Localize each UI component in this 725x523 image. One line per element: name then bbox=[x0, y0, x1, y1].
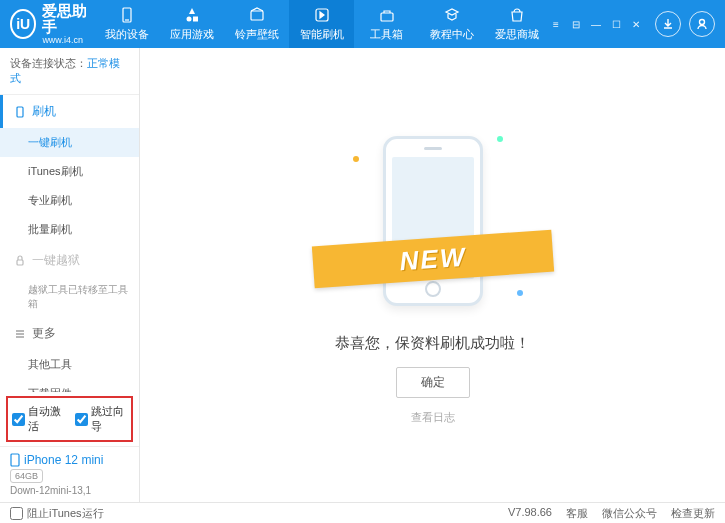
success-illustration: NEW bbox=[343, 126, 523, 316]
apps-icon bbox=[183, 6, 201, 24]
toolbox-icon bbox=[378, 6, 396, 24]
nav-toolbox[interactable]: 工具箱 bbox=[354, 0, 419, 48]
svg-point-2 bbox=[186, 17, 191, 22]
list-icon bbox=[14, 328, 26, 340]
version-label: V7.98.66 bbox=[508, 506, 552, 521]
skip-wizard-checkbox[interactable]: 跳过向导 bbox=[75, 404, 128, 434]
menu-icon[interactable]: ≡ bbox=[549, 17, 563, 31]
close-icon[interactable]: ✕ bbox=[629, 17, 643, 31]
nav-apps[interactable]: 应用游戏 bbox=[159, 0, 224, 48]
sidebar: 设备连接状态：正常模式 刷机 一键刷机 iTunes刷机 专业刷机 批量刷机 一… bbox=[0, 48, 140, 502]
download-button[interactable] bbox=[655, 11, 681, 37]
connection-status: 设备连接状态：正常模式 bbox=[0, 48, 139, 95]
nav-flash[interactable]: 智能刷机 bbox=[289, 0, 354, 48]
nav-store[interactable]: 爱思商城 bbox=[484, 0, 549, 48]
sidebar-section-more[interactable]: 更多 bbox=[0, 317, 139, 350]
success-message: 恭喜您，保资料刷机成功啦！ bbox=[335, 334, 530, 353]
device-icon bbox=[118, 6, 136, 24]
wechat-link[interactable]: 微信公众号 bbox=[602, 506, 657, 521]
nav-label: 工具箱 bbox=[370, 27, 403, 42]
main-nav: 我的设备 应用游戏 铃声壁纸 智能刷机 工具箱 教程中心 爱思商城 bbox=[94, 0, 549, 48]
checkbox-label: 跳过向导 bbox=[91, 404, 128, 434]
flash-icon bbox=[313, 6, 331, 24]
view-log-link[interactable]: 查看日志 bbox=[411, 410, 455, 425]
nav-label: 智能刷机 bbox=[300, 27, 344, 42]
checkbox-label: 阻止iTunes运行 bbox=[27, 506, 104, 521]
update-link[interactable]: 检查更新 bbox=[671, 506, 715, 521]
svg-rect-6 bbox=[381, 13, 393, 21]
section-label: 刷机 bbox=[32, 103, 56, 120]
ok-button[interactable]: 确定 bbox=[396, 367, 470, 398]
nav-ringtone[interactable]: 铃声壁纸 bbox=[224, 0, 289, 48]
svg-rect-8 bbox=[17, 107, 23, 117]
conn-label: 设备连接状态： bbox=[10, 57, 87, 69]
new-ribbon: NEW bbox=[311, 229, 553, 288]
logo-icon: iU bbox=[10, 9, 36, 39]
checkbox-label: 自动激活 bbox=[28, 404, 65, 434]
svg-point-7 bbox=[700, 20, 705, 25]
sidebar-item-other-tools[interactable]: 其他工具 bbox=[0, 350, 139, 379]
section-label: 一键越狱 bbox=[32, 252, 80, 269]
section-label: 更多 bbox=[32, 325, 56, 342]
svg-rect-4 bbox=[251, 11, 263, 20]
jailbreak-note: 越狱工具已转移至工具箱 bbox=[0, 277, 139, 317]
nav-label: 我的设备 bbox=[105, 27, 149, 42]
main-content: NEW 恭喜您，保资料刷机成功啦！ 确定 查看日志 bbox=[140, 48, 725, 502]
device-info[interactable]: iPhone 12 mini 64GB Down-12mini-13,1 bbox=[0, 446, 139, 502]
lock-icon bbox=[14, 255, 26, 267]
svg-rect-9 bbox=[17, 260, 23, 265]
support-link[interactable]: 客服 bbox=[566, 506, 588, 521]
app-name: 爱思助手 bbox=[42, 3, 94, 36]
sidebar-item-download-firmware[interactable]: 下载固件 bbox=[0, 379, 139, 392]
svg-rect-3 bbox=[193, 17, 198, 22]
svg-rect-13 bbox=[11, 454, 19, 466]
sidebar-section-flash[interactable]: 刷机 bbox=[0, 95, 139, 128]
block-itunes-checkbox[interactable]: 阻止iTunes运行 bbox=[10, 506, 104, 521]
nav-tutorial[interactable]: 教程中心 bbox=[419, 0, 484, 48]
nav-label: 铃声壁纸 bbox=[235, 27, 279, 42]
phone-icon bbox=[14, 106, 26, 118]
statusbar: 阻止iTunes运行 V7.98.66 客服 微信公众号 检查更新 bbox=[0, 502, 725, 523]
store-icon bbox=[508, 6, 526, 24]
sidebar-item-batch-flash[interactable]: 批量刷机 bbox=[0, 215, 139, 244]
pin-icon[interactable]: ⊟ bbox=[569, 17, 583, 31]
titlebar: iU 爱思助手 www.i4.cn 我的设备 应用游戏 铃声壁纸 智能刷机 工具… bbox=[0, 0, 725, 48]
ringtone-icon bbox=[248, 6, 266, 24]
tutorial-icon bbox=[443, 6, 461, 24]
phone-icon bbox=[10, 453, 20, 467]
sidebar-item-oneclick-flash[interactable]: 一键刷机 bbox=[0, 128, 139, 157]
maximize-icon[interactable]: ☐ bbox=[609, 17, 623, 31]
minimize-icon[interactable]: ― bbox=[589, 17, 603, 31]
window-controls: ≡ ⊟ ― ☐ ✕ bbox=[549, 11, 725, 37]
sidebar-item-pro-flash[interactable]: 专业刷机 bbox=[0, 186, 139, 215]
device-sub: Down-12mini-13,1 bbox=[10, 485, 129, 496]
nav-label: 爱思商城 bbox=[495, 27, 539, 42]
nav-label: 教程中心 bbox=[430, 27, 474, 42]
nav-label: 应用游戏 bbox=[170, 27, 214, 42]
app-url: www.i4.cn bbox=[42, 36, 94, 46]
options-highlight-box: 自动激活 跳过向导 bbox=[6, 396, 133, 442]
device-name: iPhone 12 mini bbox=[10, 453, 129, 467]
sidebar-section-jailbreak: 一键越狱 bbox=[0, 244, 139, 277]
logo-area: iU 爱思助手 www.i4.cn bbox=[0, 3, 94, 46]
device-storage: 64GB bbox=[10, 469, 43, 483]
auto-activate-checkbox[interactable]: 自动激活 bbox=[12, 404, 65, 434]
user-button[interactable] bbox=[689, 11, 715, 37]
nav-my-device[interactable]: 我的设备 bbox=[94, 0, 159, 48]
sidebar-item-itunes-flash[interactable]: iTunes刷机 bbox=[0, 157, 139, 186]
